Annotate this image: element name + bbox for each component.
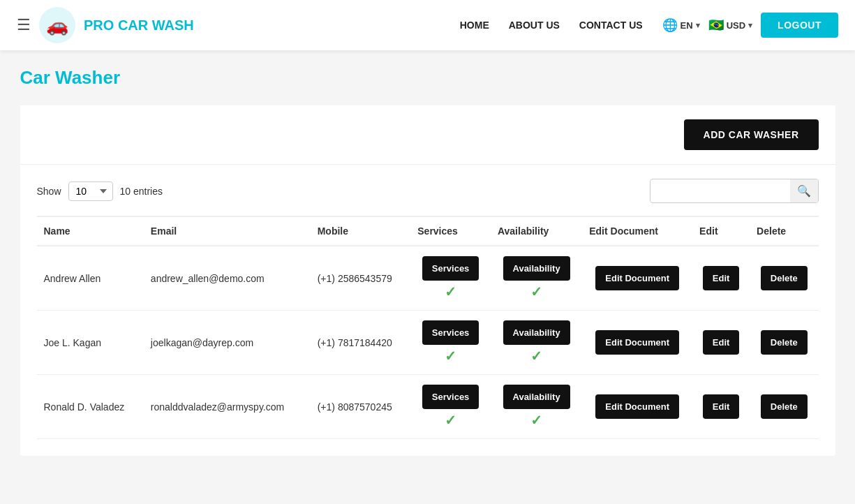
col-edit: Edit xyxy=(692,216,750,246)
search-box: 🔍 xyxy=(650,179,819,203)
lang-chevron-icon: ▾ xyxy=(696,21,700,30)
nav-about[interactable]: ABOUT US xyxy=(509,20,560,31)
cell-delete-2: Delete xyxy=(750,375,818,439)
nav-left: ☰ 🚗 PRO CAR WASH xyxy=(17,7,460,43)
cell-services-2: Services ✓ xyxy=(410,375,491,439)
cell-delete-0: Delete xyxy=(750,246,818,311)
edit-button-2[interactable]: Edit xyxy=(703,394,740,419)
lang-label: EN xyxy=(681,20,693,31)
cell-mobile-0: (+1) 2586543579 xyxy=(311,246,411,311)
currency-selector[interactable]: 🇧🇷 USD ▾ xyxy=(708,17,752,33)
table-header: Name Email Mobile Services Availability … xyxy=(37,216,819,246)
availability-check-1: ✓ xyxy=(498,348,575,364)
curr-label: USD xyxy=(727,20,745,31)
table-section: Show 10 25 50 100 10 entries 🔍 Name Emai… xyxy=(20,165,835,456)
page-container: Car Washer ADD CAR WASHER Show 10 25 50 … xyxy=(9,50,847,473)
availability-button-1[interactable]: Availability xyxy=(503,320,570,345)
cell-mobile-2: (+1) 8087570245 xyxy=(311,375,411,439)
nav-contact[interactable]: CONTACT US xyxy=(579,20,643,31)
services-button-1[interactable]: Services xyxy=(422,320,479,345)
cell-availability-0: Availability ✓ xyxy=(491,246,582,311)
data-table: Name Email Mobile Services Availability … xyxy=(37,216,819,439)
availability-button-2[interactable]: Availability xyxy=(503,385,570,409)
cell-delete-1: Delete xyxy=(750,311,818,375)
hamburger-icon[interactable]: ☰ xyxy=(17,16,31,34)
curr-chevron-icon: ▾ xyxy=(748,21,752,30)
brand-carwash: CAR WASH xyxy=(118,17,194,33)
brand-name: PRO CAR WASH xyxy=(84,17,194,34)
col-name: Name xyxy=(37,216,144,246)
col-services: Services xyxy=(410,216,491,246)
cell-edit-0: Edit xyxy=(692,246,750,311)
cell-email-0: andrew_allen@demo.com xyxy=(144,246,311,311)
cell-name-0: Andrew Allen xyxy=(37,246,144,311)
cell-edit-2: Edit xyxy=(692,375,750,439)
services-check-2: ✓ xyxy=(417,412,484,429)
entries-select[interactable]: 10 25 50 100 xyxy=(68,181,113,201)
col-delete: Delete xyxy=(750,216,818,246)
services-check-1: ✓ xyxy=(417,348,484,364)
add-car-washer-button[interactable]: ADD CAR WASHER xyxy=(684,119,819,150)
lang-flag: 🌐 xyxy=(662,17,678,33)
table-row: Ronald D. Valadez ronalddvaladez@armyspy… xyxy=(37,375,819,439)
logout-button[interactable]: LOGOUT xyxy=(761,13,838,38)
cell-edit-doc-2: Edit Document xyxy=(582,375,692,439)
navbar: ☰ 🚗 PRO CAR WASH HOME ABOUT US CONTACT U… xyxy=(0,0,855,50)
edit-document-button-2[interactable]: Edit Document xyxy=(595,394,679,419)
delete-button-0[interactable]: Delete xyxy=(761,266,808,290)
show-entries: Show 10 25 50 100 10 entries xyxy=(37,181,163,201)
entries-label: 10 entries xyxy=(120,186,163,197)
services-check-0: ✓ xyxy=(417,283,484,300)
cell-name-2: Ronald D. Valadez xyxy=(37,375,144,439)
services-button-2[interactable]: Services xyxy=(422,385,479,409)
brand-pro: PRO xyxy=(84,17,114,33)
language-selector[interactable]: 🌐 EN ▾ xyxy=(662,17,700,33)
brand-logo: 🚗 xyxy=(39,7,75,43)
edit-document-button-0[interactable]: Edit Document xyxy=(595,266,679,290)
edit-button-1[interactable]: Edit xyxy=(703,330,740,355)
col-edit-document: Edit Document xyxy=(582,216,692,246)
cell-availability-2: Availability ✓ xyxy=(491,375,582,439)
table-body: Andrew Allen andrew_allen@demo.com (+1) … xyxy=(37,246,819,439)
nav-home[interactable]: HOME xyxy=(460,20,489,31)
cell-services-0: Services ✓ xyxy=(410,246,491,311)
edit-button-0[interactable]: Edit xyxy=(703,266,740,290)
col-availability: Availability xyxy=(491,216,582,246)
nav-links: HOME ABOUT US CONTACT US xyxy=(460,20,643,31)
curr-flag: 🇧🇷 xyxy=(708,17,724,33)
delete-button-2[interactable]: Delete xyxy=(761,394,808,419)
col-mobile: Mobile xyxy=(311,216,411,246)
availability-check-2: ✓ xyxy=(498,412,575,429)
cell-mobile-1: (+1) 7817184420 xyxy=(311,311,411,375)
availability-check-0: ✓ xyxy=(498,283,575,300)
table-row: Joe L. Kagan joelkagan@dayrep.com (+1) 7… xyxy=(37,311,819,375)
table-row: Andrew Allen andrew_allen@demo.com (+1) … xyxy=(37,246,819,311)
cell-name-1: Joe L. Kagan xyxy=(37,311,144,375)
cell-services-1: Services ✓ xyxy=(410,311,491,375)
col-email: Email xyxy=(144,216,311,246)
nav-right: 🌐 EN ▾ 🇧🇷 USD ▾ LOGOUT xyxy=(662,13,838,38)
search-button[interactable]: 🔍 xyxy=(790,179,818,202)
edit-document-button-1[interactable]: Edit Document xyxy=(595,330,679,355)
cell-availability-1: Availability ✓ xyxy=(491,311,582,375)
search-input[interactable] xyxy=(650,181,790,202)
cell-edit-doc-1: Edit Document xyxy=(582,311,692,375)
cell-edit-doc-0: Edit Document xyxy=(582,246,692,311)
services-button-0[interactable]: Services xyxy=(422,256,479,281)
cell-email-1: joelkagan@dayrep.com xyxy=(144,311,311,375)
page-title: Car Washer xyxy=(20,67,835,89)
action-bar: ADD CAR WASHER xyxy=(20,105,835,165)
delete-button-1[interactable]: Delete xyxy=(761,330,808,355)
availability-button-0[interactable]: Availability xyxy=(503,256,570,281)
show-label: Show xyxy=(37,186,61,197)
cell-edit-1: Edit xyxy=(692,311,750,375)
table-controls: Show 10 25 50 100 10 entries 🔍 xyxy=(37,179,819,203)
cell-email-2: ronalddvaladez@armyspy.com xyxy=(144,375,311,439)
